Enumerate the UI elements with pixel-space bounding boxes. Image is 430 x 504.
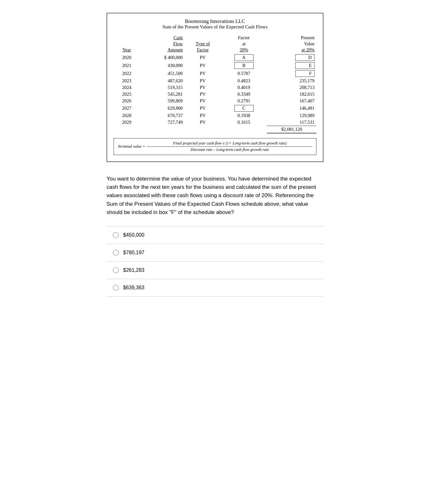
terminal-value-label: Terminal value = <box>118 144 145 149</box>
col-header-factor-at-20: Factor at 20% <box>221 34 267 54</box>
col-header-present-value: Present Value at 20% <box>267 34 316 54</box>
cell-factor: 0.1615 <box>221 119 267 126</box>
cell-factor: 0.5787 <box>221 70 267 78</box>
table-row: 2022451,500PV0.5787F <box>114 70 316 78</box>
total-present-value: $2,081,120 <box>267 126 316 133</box>
cell-year: 2022 <box>114 70 140 78</box>
cell-amount: 545,281 <box>140 91 185 98</box>
answer-option[interactable]: $780,197 <box>107 244 323 262</box>
cell-factor: C <box>221 104 267 112</box>
cell-type: PV <box>185 104 221 112</box>
cell-amount: 487,620 <box>140 78 185 84</box>
table-row: 2021430,000PVBE <box>114 62 316 70</box>
cell-year: 2028 <box>114 112 140 119</box>
answer-option[interactable]: $639,363 <box>107 279 323 297</box>
cell-year: 2024 <box>114 84 140 91</box>
cash-flow-table: Year Cash Flow Amount Type of Factor Fac… <box>114 34 316 134</box>
cell-type: PV <box>185 112 221 119</box>
cell-year: 2026 <box>114 98 140 104</box>
answer-label: $780,197 <box>123 250 145 256</box>
cell-factor: 0.3349 <box>221 91 267 98</box>
cell-type: PV <box>185 91 221 98</box>
cell-factor: A <box>221 54 267 62</box>
radio-button[interactable] <box>113 285 119 291</box>
cell-factor: 0.4823 <box>221 78 267 84</box>
cell-present-value: 208,713 <box>267 84 316 91</box>
cell-year: 2021 <box>114 62 140 70</box>
table-row: 2029727,749PV0.1615117,531 <box>114 119 316 126</box>
cell-amount: 519,315 <box>140 84 185 91</box>
cell-factor: 0.4019 <box>221 84 267 91</box>
answer-options: $450,000$780,197$261,283$639,363 <box>107 226 323 297</box>
cell-present-value: 182,615 <box>267 91 316 98</box>
cell-type: PV <box>185 119 221 126</box>
cell-year: 2020 <box>114 54 140 62</box>
financial-table-container: Boomerang Innovations LLC Sum of the Pre… <box>107 13 323 162</box>
table-row: 2028670,737PV0.1938129,989 <box>114 112 316 119</box>
formula-numerator: Final projected year cash flow x (1+ Lon… <box>147 141 312 147</box>
cell-amount: 599,809 <box>140 98 185 104</box>
cell-present-value: D <box>267 54 316 62</box>
cell-type: PV <box>185 84 221 91</box>
cell-type: PV <box>185 62 221 70</box>
radio-button[interactable] <box>113 250 119 256</box>
cell-present-value: E <box>267 62 316 70</box>
cell-type: PV <box>185 98 221 104</box>
cell-year: 2023 <box>114 78 140 84</box>
table-row: 2025545,281PV0.3349182,615 <box>114 91 316 98</box>
answer-label: $261,283 <box>123 267 145 273</box>
cell-factor: 0.2791 <box>221 98 267 104</box>
col-header-amount: Cash Flow Amount <box>140 34 185 54</box>
cell-present-value: 117,531 <box>267 119 316 126</box>
cell-present-value: F <box>267 70 316 78</box>
cell-amount: 451,500 <box>140 70 185 78</box>
table-row: 2024519,315PV0.4019208,713 <box>114 84 316 91</box>
table-row: 2026599,809PV0.2791167,407 <box>114 98 316 104</box>
answer-label: $450,000 <box>123 232 145 238</box>
company-header: Boomerang Innovations LLC Sum of the Pre… <box>114 19 316 30</box>
radio-button[interactable] <box>113 267 119 273</box>
cell-year: 2027 <box>114 104 140 112</box>
cell-present-value: 167,407 <box>267 98 316 104</box>
cell-type: PV <box>185 70 221 78</box>
cell-year: 2025 <box>114 91 140 98</box>
cell-present-value: 146,491 <box>267 104 316 112</box>
cell-year: 2029 <box>114 119 140 126</box>
answer-option[interactable]: $261,283 <box>107 262 323 279</box>
answer-label: $639,363 <box>123 285 145 291</box>
table-row: 2023487,620PV0.4823235,179 <box>114 78 316 84</box>
cell-factor: B <box>221 62 267 70</box>
formula-denominator: Discount rate – Long-term cash flow grow… <box>190 147 269 152</box>
cell-amount: 430,000 <box>140 62 185 70</box>
cell-amount: 727,749 <box>140 119 185 126</box>
cell-amount: $ 400,000 <box>140 54 185 62</box>
cell-present-value: 129,989 <box>267 112 316 119</box>
terminal-formula-fraction: Final projected year cash flow x (1+ Lon… <box>147 141 312 152</box>
cell-present-value: 235,179 <box>267 78 316 84</box>
question-text: You want to determine the value of your … <box>107 175 323 217</box>
radio-button[interactable] <box>113 232 119 238</box>
answer-option[interactable]: $450,000 <box>107 226 323 244</box>
cell-amount: 629,800 <box>140 104 185 112</box>
cell-factor: 0.1938 <box>221 112 267 119</box>
cell-type: PV <box>185 54 221 62</box>
table-row: 2020$ 400,000PVAD <box>114 54 316 62</box>
company-subtitle: Sum of the Present Values of the Expecte… <box>114 24 316 30</box>
terminal-value-formula: Terminal value = Final projected year ca… <box>114 138 316 155</box>
col-header-type-of-factor: Type of Factor <box>185 34 221 54</box>
table-row: 2027629,800PVC146,491 <box>114 104 316 112</box>
company-name: Boomerang Innovations LLC <box>114 19 316 24</box>
col-header-year: Year <box>114 34 140 54</box>
cell-type: PV <box>185 78 221 84</box>
cell-amount: 670,737 <box>140 112 185 119</box>
